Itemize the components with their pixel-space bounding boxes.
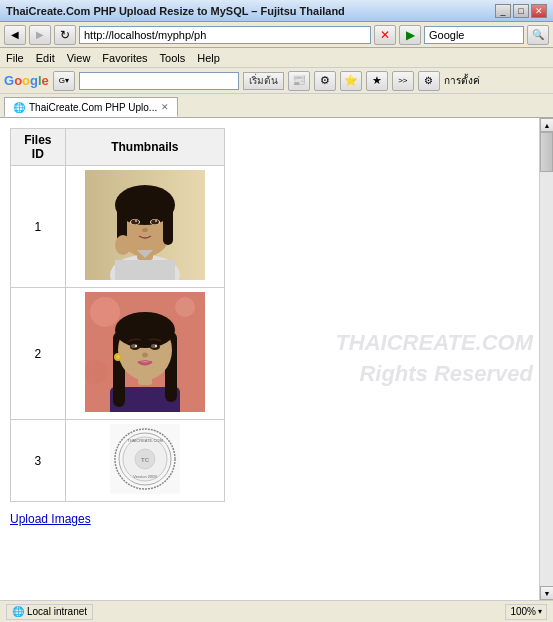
star-icon-button[interactable]: ⭐ bbox=[340, 71, 362, 91]
thumbnail-image-2 bbox=[85, 292, 205, 412]
zone-indicator: 🌐 Local intranet bbox=[6, 604, 93, 620]
menu-tools[interactable]: Tools bbox=[160, 52, 186, 64]
tab-icon: 🌐 bbox=[13, 102, 25, 113]
forward-button[interactable]: ▶ bbox=[29, 25, 51, 45]
menu-help[interactable]: Help bbox=[197, 52, 220, 64]
table-row: 3 THAICREATE.COM bbox=[11, 420, 225, 502]
back-button[interactable]: ◀ bbox=[4, 25, 26, 45]
zoom-dropdown-icon[interactable]: ▾ bbox=[538, 607, 542, 616]
svg-point-14 bbox=[155, 220, 157, 222]
menu-bar: File Edit View Favorites Tools Help bbox=[0, 48, 553, 68]
settings-button-2[interactable]: ⚙ bbox=[418, 71, 440, 91]
news-icon-button[interactable]: 📰 bbox=[288, 71, 310, 91]
svg-point-29 bbox=[116, 355, 120, 359]
google-logo: Google bbox=[4, 73, 49, 88]
google-toolbar: Google G▾ เริ่มต้น 📰 ⚙ ⭐ ★ >> ⚙ การตั้งค… bbox=[0, 68, 553, 94]
google-search-input[interactable] bbox=[79, 72, 239, 90]
svg-text:TC: TC bbox=[141, 457, 150, 463]
search-button[interactable]: 🔍 bbox=[527, 25, 549, 45]
table-row: 2 bbox=[11, 288, 225, 420]
more-tools-button[interactable]: >> bbox=[392, 71, 414, 91]
thumbnail-image-3: THAICREATE.COM Version 2009 TC bbox=[110, 424, 180, 494]
svg-point-36 bbox=[142, 353, 148, 358]
col-header-thumb: Thumbnails bbox=[65, 129, 224, 166]
settings-icon-button[interactable]: ⚙ bbox=[314, 71, 336, 91]
window-title: ThaiCreate.Com PHP Upload Resize to MySQ… bbox=[6, 5, 495, 17]
svg-point-15 bbox=[142, 228, 148, 232]
menu-file[interactable]: File bbox=[6, 52, 24, 64]
svg-point-20 bbox=[90, 297, 120, 327]
menu-edit[interactable]: Edit bbox=[36, 52, 55, 64]
window-controls: _ □ ✕ bbox=[495, 4, 547, 18]
settings-label: การตั้งค่ bbox=[444, 73, 480, 88]
svg-rect-3 bbox=[115, 260, 175, 280]
col-header-id: Files ID bbox=[11, 129, 66, 166]
status-right: 100% ▾ bbox=[505, 604, 547, 620]
svg-rect-8 bbox=[163, 205, 173, 245]
row-id-2: 2 bbox=[11, 288, 66, 420]
google-dropdown-button[interactable]: G▾ bbox=[53, 71, 75, 91]
address-bar: ◀ ▶ ↻ ✕ ▶ 🔍 bbox=[0, 22, 553, 48]
title-bar: ThaiCreate.Com PHP Upload Resize to MySQ… bbox=[0, 0, 553, 22]
scroll-down-button[interactable]: ▼ bbox=[540, 586, 553, 600]
zoom-control[interactable]: 100% ▾ bbox=[505, 604, 547, 620]
svg-rect-37 bbox=[138, 370, 152, 385]
thumbnail-cell-2 bbox=[65, 288, 224, 420]
row-id-1: 1 bbox=[11, 166, 66, 288]
zone-icon: 🌐 bbox=[12, 606, 24, 617]
search-input[interactable] bbox=[424, 26, 524, 44]
google-search-button[interactable]: เริ่มต้น bbox=[243, 72, 284, 90]
scrollbar-thumb[interactable] bbox=[540, 132, 553, 172]
row-id-3: 3 bbox=[11, 420, 66, 502]
restore-button[interactable]: □ bbox=[513, 4, 529, 18]
zone-label: Local intranet bbox=[27, 606, 87, 617]
menu-favorites[interactable]: Favorites bbox=[102, 52, 147, 64]
svg-point-16 bbox=[115, 235, 131, 255]
menu-view[interactable]: View bbox=[67, 52, 91, 64]
svg-point-11 bbox=[131, 220, 139, 225]
table-row: 1 bbox=[11, 166, 225, 288]
tab-label: ThaiCreate.Com PHP Uplo... bbox=[29, 102, 157, 113]
svg-point-34 bbox=[135, 345, 137, 347]
refresh-button[interactable]: ↻ bbox=[54, 25, 76, 45]
address-input[interactable] bbox=[79, 26, 371, 44]
tab-close-icon[interactable]: ✕ bbox=[161, 102, 169, 112]
thumbnail-image-1 bbox=[85, 170, 205, 280]
thumbnail-cell-1 bbox=[65, 166, 224, 288]
thumbnail-cell-3: THAICREATE.COM Version 2009 TC bbox=[65, 420, 224, 502]
scroll-up-button[interactable]: ▲ bbox=[540, 118, 553, 132]
svg-point-27 bbox=[115, 312, 175, 348]
page-content: THAICREATE.COM Rights Reserved Files ID … bbox=[0, 118, 539, 600]
zoom-label: 100% bbox=[510, 606, 536, 617]
tab-bar: 🌐 ThaiCreate.Com PHP Uplo... ✕ bbox=[0, 94, 553, 118]
search-go-button[interactable]: ▶ bbox=[399, 25, 421, 45]
svg-point-21 bbox=[175, 297, 195, 317]
svg-point-35 bbox=[155, 345, 157, 347]
upload-images-link[interactable]: Upload Images bbox=[10, 512, 91, 526]
svg-text:Version 2009: Version 2009 bbox=[133, 474, 157, 479]
status-bar: 🌐 Local intranet 100% ▾ bbox=[0, 600, 553, 622]
bookmark-icon-button[interactable]: ★ bbox=[366, 71, 388, 91]
svg-point-13 bbox=[135, 220, 137, 222]
data-table: Files ID Thumbnails 1 bbox=[10, 128, 225, 502]
svg-text:THAICREATE.COM: THAICREATE.COM bbox=[127, 438, 162, 443]
close-button[interactable]: ✕ bbox=[531, 4, 547, 18]
browser-content: THAICREATE.COM Rights Reserved Files ID … bbox=[0, 118, 553, 600]
scrollbar: ▲ ▼ bbox=[539, 118, 553, 600]
minimize-button[interactable]: _ bbox=[495, 4, 511, 18]
watermark: THAICREATE.COM Rights Reserved bbox=[335, 328, 533, 390]
svg-point-12 bbox=[151, 220, 159, 225]
scrollbar-track bbox=[540, 132, 553, 586]
stop-button[interactable]: ✕ bbox=[374, 25, 396, 45]
browser-tab[interactable]: 🌐 ThaiCreate.Com PHP Uplo... ✕ bbox=[4, 97, 178, 117]
